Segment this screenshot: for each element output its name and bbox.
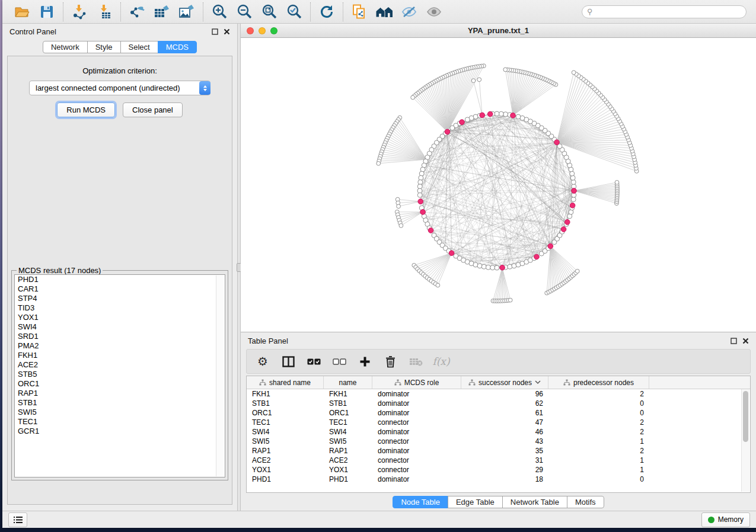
zoom-in-icon[interactable] — [210, 3, 228, 21]
mcds-result-item[interactable]: SRD1 — [15, 332, 225, 341]
search-box[interactable]: ⚲ — [582, 5, 747, 18]
mcds-hub-node[interactable] — [554, 140, 560, 145]
tab-network-table[interactable]: Network Table — [502, 496, 567, 508]
save-session-icon[interactable] — [38, 3, 56, 21]
network-canvas[interactable] — [241, 38, 756, 332]
column-header-predecessor-nodes[interactable]: predecessor nodes — [548, 376, 649, 389]
mcds-hub-node[interactable] — [487, 111, 493, 117]
unselect-all-columns-icon[interactable] — [332, 354, 346, 368]
column-header-successor-nodes[interactable]: successor nodes — [461, 376, 548, 389]
window-minimize-button[interactable] — [259, 27, 266, 34]
import-network-from-file-icon[interactable] — [71, 3, 88, 21]
mcds-result-item[interactable]: TID3 — [15, 303, 225, 313]
add-column-icon[interactable] — [358, 354, 372, 368]
memory-button[interactable]: Memory — [701, 512, 750, 527]
mcds-hub-node[interactable] — [449, 251, 454, 256]
mcds-result-item[interactable]: STP4 — [15, 294, 225, 303]
mcds-result-item[interactable]: FKH1 — [15, 351, 225, 360]
column-header-name[interactable]: name — [324, 376, 372, 389]
table-row[interactable]: SWI5SWI5connector431 — [247, 437, 742, 446]
mcds-result-item[interactable]: STB1 — [15, 398, 225, 408]
mcds-hub-node[interactable] — [572, 188, 577, 194]
mcds-hub-node[interactable] — [420, 210, 426, 215]
table-row[interactable]: SWI4SWI4dominator462 — [247, 427, 742, 437]
mcds-result-item[interactable]: TEC1 — [15, 417, 225, 427]
hide-selected-icon[interactable] — [400, 3, 418, 21]
column-header-MCDS-role[interactable]: MCDS role — [372, 376, 461, 389]
table-options-gear-icon[interactable]: ⚙ — [256, 354, 270, 368]
table-row[interactable]: ACE2ACE2connector311 — [247, 456, 742, 465]
zoom-out-icon[interactable] — [235, 3, 253, 21]
task-history-button[interactable] — [8, 512, 27, 527]
run-mcds-button[interactable]: Run MCDS — [57, 102, 115, 117]
mcds-hub-node[interactable] — [534, 254, 540, 259]
table-scrollbar-thumb[interactable] — [743, 391, 748, 442]
first-neighbors-icon[interactable] — [375, 3, 393, 21]
mcds-hub-node[interactable] — [480, 113, 485, 118]
close-panel-button[interactable]: Close panel — [123, 102, 183, 117]
table-row[interactable]: RAP1RAP1dominator352 — [247, 446, 742, 456]
mcds-hub-node[interactable] — [445, 129, 450, 134]
mcds-hub-node[interactable] — [561, 227, 566, 232]
column-header-shared-name[interactable]: shared name — [247, 376, 324, 389]
window-close-button[interactable] — [247, 27, 254, 34]
mcds-result-item[interactable]: PHD1 — [15, 275, 225, 284]
table-row[interactable]: YOX1YOX1connector291 — [247, 465, 742, 475]
mcds-result-item[interactable]: GCR1 — [15, 427, 225, 436]
mcds-hub-node[interactable] — [418, 199, 423, 204]
network-graph[interactable] — [241, 38, 756, 332]
export-network-icon[interactable] — [128, 3, 146, 21]
window-zoom-button[interactable] — [270, 27, 277, 34]
mcds-hub-node[interactable] — [428, 228, 433, 233]
refresh-view-icon[interactable] — [318, 3, 336, 21]
show-columns-icon[interactable] — [281, 354, 295, 368]
table-row[interactable]: STB1STB1dominator620 — [247, 399, 742, 408]
mcds-hub-node[interactable] — [511, 113, 516, 118]
tab-motifs[interactable]: Motifs — [567, 496, 604, 508]
zoom-fit-content-icon[interactable] — [260, 3, 278, 21]
mcds-result-item[interactable]: RAP1 — [15, 389, 225, 398]
mcds-hub-node[interactable] — [460, 120, 465, 125]
export-image-icon[interactable] — [178, 3, 196, 21]
delete-column-icon[interactable] — [383, 354, 397, 368]
table-scrollbar[interactable] — [741, 389, 749, 492]
mcds-result-item[interactable]: YOX1 — [15, 313, 225, 322]
mcds-result-item[interactable]: CAR1 — [15, 284, 225, 294]
tab-select[interactable]: Select — [120, 41, 158, 53]
search-input[interactable] — [596, 7, 741, 17]
float-panel-icon[interactable] — [212, 28, 218, 35]
mcds-result-item[interactable]: ORC1 — [15, 379, 225, 389]
mcds-result-list[interactable]: PHD1CAR1STP4TID3YOX1SWI4SRD1PMA2FKH1ACE2… — [14, 274, 225, 477]
zoom-selected-icon[interactable] — [285, 3, 303, 21]
mcds-result-item[interactable]: STB5 — [15, 370, 225, 379]
tab-network[interactable]: Network — [43, 41, 88, 53]
mcds-hub-node[interactable] — [500, 265, 505, 270]
table-row[interactable]: TEC1TEC1connector472 — [247, 418, 742, 427]
show-all-icon[interactable] — [425, 3, 443, 21]
mcds-result-item[interactable]: SWI5 — [15, 408, 225, 417]
mcds-hub-node[interactable] — [548, 243, 553, 249]
copy-visual-style-icon[interactable] — [350, 3, 368, 21]
close-panel-icon[interactable] — [224, 28, 230, 35]
network-window-titlebar[interactable]: YPA_prune.txt_1 — [241, 24, 756, 38]
mcds-result-item[interactable]: SWI4 — [15, 322, 225, 332]
float-table-panel-icon[interactable] — [731, 338, 737, 344]
table-row[interactable]: ORC1ORC1dominator610 — [247, 408, 742, 418]
table-row[interactable]: PHD1PHD1dominator180 — [247, 475, 742, 484]
select-all-columns-icon[interactable] — [307, 354, 321, 368]
tab-mcds[interactable]: MCDS — [158, 41, 197, 53]
list-scrollbar[interactable] — [216, 275, 224, 476]
tab-node-table[interactable]: Node Table — [393, 496, 448, 508]
open-file-icon[interactable] — [13, 3, 31, 21]
export-table-icon[interactable] — [153, 3, 171, 21]
import-table-from-file-icon[interactable] — [95, 3, 113, 21]
mcds-result-item[interactable]: PMA2 — [15, 341, 225, 351]
close-table-panel-icon[interactable] — [742, 338, 749, 344]
tab-edge-table[interactable]: Edge Table — [448, 496, 503, 508]
mcds-hub-node[interactable] — [570, 203, 575, 209]
optimization-criterion-select[interactable]: largest connected component (undirected) — [29, 81, 210, 95]
tab-style[interactable]: Style — [87, 41, 121, 53]
table-row[interactable]: FKH1FKH1dominator962 — [247, 389, 742, 399]
mcds-result-item[interactable]: ACE2 — [15, 360, 225, 370]
mcds-hub-node[interactable] — [564, 220, 570, 225]
